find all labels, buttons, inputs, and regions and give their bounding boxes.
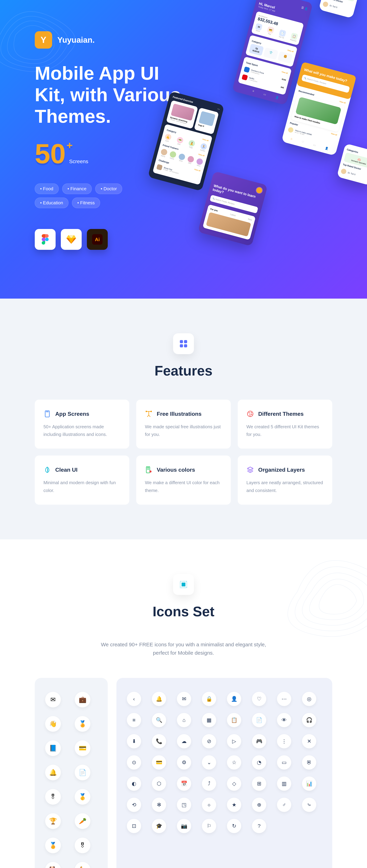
feature-card: Free Illustrations We made special free … (136, 400, 231, 448)
layers-icon (246, 466, 254, 473)
hero-section: Y Yuyuaian. Mobile App UI Kit, with Vari… (0, 0, 367, 299)
outline-icon: ⊞ (252, 776, 266, 791)
colored-icon: 🥇 (75, 789, 90, 805)
colored-icon: 🏅 (75, 716, 90, 732)
svg-point-13 (251, 412, 252, 413)
svg-rect-6 (184, 344, 187, 347)
outline-icon: ⟲ (127, 798, 141, 812)
colored-icon: 🎖 (75, 838, 90, 853)
svg-point-0 (45, 238, 49, 241)
outline-icon: ? (252, 819, 266, 833)
outline-icon: ⤴ (202, 776, 216, 791)
outline-icon: ⚐ (202, 819, 216, 833)
outline-icon: 📞 (152, 734, 166, 748)
colored-icon: 🐕 (45, 862, 61, 868)
outline-icon: ✉ (177, 692, 191, 706)
topo-decoration-2 (263, 539, 367, 661)
colored-icon: 💳 (75, 740, 90, 756)
outline-icon: 💳 (152, 755, 166, 770)
screens-icon (44, 410, 51, 418)
feature-card: App Screens 50+ Application screens made… (35, 400, 129, 448)
tag-food: Food (35, 184, 59, 194)
outline-icon: 📄 (252, 713, 266, 727)
outline-icon: 🎮 (252, 734, 266, 748)
colored-icon: 📘 (45, 740, 61, 756)
outline-icon: 📅 (177, 776, 191, 791)
outline-icon: 🔔 (152, 692, 166, 706)
outline-icon: 🎧 (302, 713, 316, 727)
outline-icons-panel: ‹🔔✉🔒👤♡⋯◎≡🔍⌂▦📋📄👁🎧⬇📞☁⊘▷🎮⋮✕⊙💳⚙⌄☆◔▭⛨◐⬡📅⤴◇⊞▥📊… (116, 678, 332, 868)
themes-icon (246, 410, 254, 418)
features-title: Features (35, 363, 332, 379)
outline-icon: ▥ (277, 776, 291, 791)
topo-decoration (0, 0, 87, 87)
outline-icon: ♡ (252, 692, 266, 706)
outline-icon: ⟐ (202, 798, 216, 812)
learn-phone: What do you want to learn today? 🔍 Searc… (198, 171, 268, 246)
outline-icon: ◔ (252, 755, 266, 770)
svg-text:Ai: Ai (95, 237, 100, 242)
features-grid: App Screens 50+ Application screens made… (35, 400, 332, 505)
feature-card: Organized Layers Layers are neatly arran… (238, 456, 332, 504)
outline-icon: 👁 (277, 713, 291, 727)
svg-rect-4 (184, 340, 187, 343)
features-icon (173, 333, 194, 354)
outline-icon: ⛨ (302, 755, 316, 770)
svg-rect-16 (147, 467, 149, 468)
feature-card: Different Themes We created 5 different … (238, 400, 332, 448)
clean-ui-icon (44, 466, 51, 473)
tag-education: Education (35, 197, 68, 208)
icons-section: Icons Set We created 90+ FREE icons for … (0, 539, 367, 868)
outline-icon: ⬇ (127, 734, 141, 748)
outline-icon: ⊡ (127, 819, 141, 833)
figma-icon (35, 229, 56, 250)
outline-icon: ◐ (127, 776, 141, 791)
colored-icon: 🔔 (45, 765, 61, 780)
doctor-phone-right: Categories 🫁Stomatch Specialist Top Rate… (337, 144, 367, 186)
screen-count: 50+ (35, 138, 66, 169)
outline-icon: 👤 (227, 692, 241, 706)
svg-rect-8 (46, 411, 49, 412)
outline-icon: ‹ (127, 692, 141, 706)
outline-icon: 🎓 (152, 819, 166, 833)
svg-point-14 (251, 414, 252, 415)
outline-icon: 🔍 (152, 713, 166, 727)
outline-icon: ◇ (227, 776, 241, 791)
outline-icon: ⊘ (202, 734, 216, 748)
outline-icon: ⌂ (177, 713, 191, 727)
outline-icon: ⋯ (277, 692, 291, 706)
tag-doctor: Doctor (95, 184, 122, 194)
colored-icon: 🥕 (75, 813, 90, 829)
outline-icon: ◎ (302, 692, 316, 706)
outline-icon: ⚙ (177, 755, 191, 770)
outline-icon: ☁ (177, 734, 191, 748)
outline-icon: ✕ (302, 734, 316, 748)
outline-icon: ☆ (227, 755, 241, 770)
svg-rect-5 (180, 344, 183, 347)
outline-icon: ⊕ (252, 798, 266, 812)
outline-icon: ⋮ (277, 734, 291, 748)
doctor-phone-top: 🫁Stomatch Specialist Top Rated Doctor Dr… (318, 0, 360, 19)
tag-fitness: Fitness (72, 197, 100, 208)
colored-icon: 🏆 (45, 813, 61, 829)
svg-point-18 (149, 470, 151, 472)
outline-icon: 📋 (227, 713, 241, 727)
features-section: Features App Screens 50+ Application scr… (0, 299, 367, 539)
outline-icon: 📊 (302, 776, 316, 791)
feature-card: Various colors We make a different UI co… (136, 456, 231, 504)
colored-icon: 🎖 (45, 789, 61, 805)
svg-point-10 (150, 411, 152, 412)
outline-icon: ⌄ (202, 755, 216, 770)
colored-icon: 🏅 (45, 838, 61, 853)
outline-icon: ≡ (127, 713, 141, 727)
outline-icon: ★ (227, 798, 241, 812)
colored-icon: 📄 (75, 765, 90, 780)
outline-icon: ✻ (152, 798, 166, 812)
outline-icon: ⊙ (127, 755, 141, 770)
screen-count-label: Screens (69, 158, 88, 164)
outline-icon: ▭ (277, 755, 291, 770)
illustrations-icon (145, 410, 152, 418)
outline-icon: ↻ (227, 819, 241, 833)
icons-description: We created 90+ FREE icons for you with a… (96, 641, 271, 657)
icons-section-icon (173, 574, 194, 595)
